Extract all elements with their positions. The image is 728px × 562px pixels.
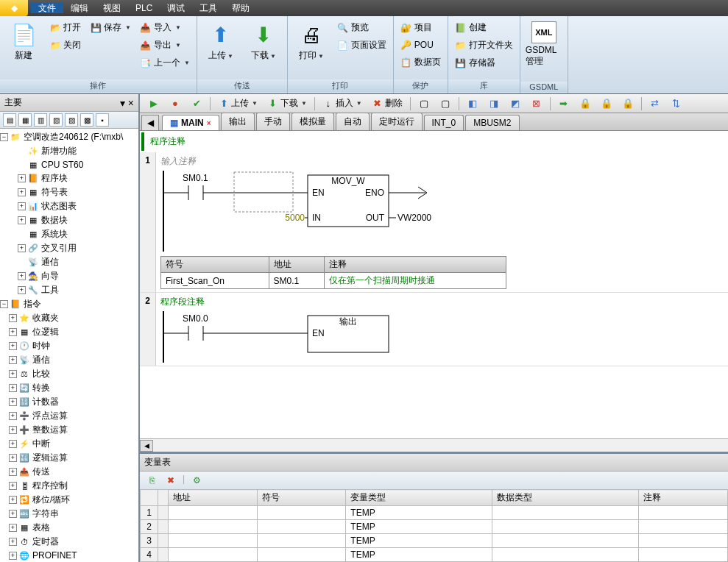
menu-编辑[interactable]: 编辑: [63, 3, 96, 13]
network-title[interactable]: 输入注释: [160, 155, 724, 168]
save-button[interactable]: 💾保存▼: [86, 19, 135, 36]
tree-item-逻辑运算[interactable]: +🔣逻辑运算: [0, 451, 138, 465]
datapage-button[interactable]: 📋数据页: [397, 54, 445, 71]
table-row[interactable]: 2TEMP: [141, 520, 728, 534]
tb-b[interactable]: ▢: [436, 96, 455, 112]
table-row[interactable]: 4TEMP: [141, 548, 728, 562]
run-button[interactable]: ▶: [144, 96, 163, 112]
var-opts-button[interactable]: ⚙: [189, 474, 204, 487]
table-row[interactable]: 3TEMP: [141, 534, 728, 548]
tree-item-收藏夹[interactable]: +⭐收藏夹: [0, 311, 138, 325]
tb-h[interactable]: 🔒: [576, 96, 595, 112]
tree-item-CPU ST60[interactable]: ▦CPU ST60: [0, 158, 138, 171]
tree-item-位逻辑[interactable]: +▦位逻辑: [0, 325, 138, 339]
ladder-area[interactable]: 程序注释 1 输入注释 SM0.1: [140, 131, 728, 438]
print-button[interactable]: 🖨打印▼: [291, 19, 332, 64]
tb-delete[interactable]: ✖删除: [368, 95, 406, 112]
tree-item-工具[interactable]: +🔧工具: [0, 283, 138, 297]
create-lib-button[interactable]: 📗创建: [451, 19, 517, 36]
mini-btn-1[interactable]: ▤: [3, 113, 16, 127]
tb-insert[interactable]: ↓插入▼: [319, 95, 366, 112]
tree-item-表格[interactable]: +▦表格: [0, 521, 138, 535]
menu-工具[interactable]: 工具: [192, 3, 225, 13]
tree-item-转换[interactable]: +🔄转换: [0, 381, 138, 395]
tree-item-PROFINET[interactable]: +🌐PROFINET: [0, 549, 138, 562]
pou-button[interactable]: 🔑POU: [397, 37, 445, 53]
menu-调试[interactable]: 调试: [160, 3, 192, 13]
tree-item-符号表[interactable]: +▦符号表: [0, 185, 138, 199]
tree-item-时钟[interactable]: +🕐时钟: [0, 339, 138, 353]
var-del-button[interactable]: ✖: [163, 474, 178, 487]
tb-upload[interactable]: ⬆上传▼: [214, 95, 261, 112]
open-folder-button[interactable]: 📁打开文件夹: [451, 37, 517, 54]
app-icon[interactable]: ◆: [0, 0, 28, 16]
mini-btn-4[interactable]: ▧: [49, 113, 63, 127]
tab-模拟量[interactable]: 模拟量: [291, 113, 334, 130]
tree-item-程序控制[interactable]: +🎛程序控制: [0, 479, 138, 493]
tb-l[interactable]: ⇅: [667, 96, 686, 112]
tree-item-新增功能[interactable]: ✨新增功能: [0, 144, 138, 158]
ladder-rung-1[interactable]: SM0.1 MOV_W EN ENO IN OUT 5000 VW2000: [160, 171, 573, 252]
menu-视图[interactable]: 视图: [96, 3, 128, 13]
tree-item-通信[interactable]: 📡通信: [0, 255, 138, 269]
preview-button[interactable]: 🔍预览: [333, 19, 390, 36]
tab-定时运行[interactable]: 定时运行: [371, 113, 423, 130]
tb-j[interactable]: 🔒: [618, 96, 637, 112]
close-button[interactable]: 📁关闭: [46, 37, 85, 54]
compile-button[interactable]: ✔: [187, 96, 206, 112]
mini-btn-6[interactable]: ▩: [80, 113, 93, 127]
project-button[interactable]: 🔐项目: [397, 19, 445, 36]
network-title[interactable]: 程序段注释: [160, 296, 724, 308]
memory-button[interactable]: 💾存储器: [451, 54, 517, 71]
import-button[interactable]: 📥导入▼: [136, 19, 194, 36]
tab-scroll-left[interactable]: ◀: [141, 115, 159, 131]
tree-item-空调改造240612 (F:\mxb\[interactable]: −📁空调改造240612 (F:\mxb\: [0, 130, 138, 144]
mini-btn-2[interactable]: ▦: [18, 113, 32, 127]
tb-g[interactable]: ➡: [554, 96, 573, 112]
tree-item-程序块[interactable]: +📙程序块: [0, 171, 138, 185]
tab-MAIN[interactable]: ▦MAIN×: [162, 115, 219, 130]
tree-item-比较[interactable]: +⚖比较: [0, 367, 138, 381]
tree-item-通信[interactable]: +📡通信: [0, 353, 138, 367]
tb-f[interactable]: ⊠: [527, 96, 546, 112]
var-add-button[interactable]: ⎘: [144, 474, 159, 487]
tb-a[interactable]: ▢: [414, 96, 434, 112]
tb-k[interactable]: ⇄: [646, 96, 665, 112]
tab-MBUSM2[interactable]: MBUSM2: [465, 115, 519, 130]
pane-dropdown[interactable]: ▾ ×: [120, 97, 134, 109]
tree-item-计数器[interactable]: +🔢计数器: [0, 395, 138, 409]
tree-item-系统块[interactable]: ▦系统块: [0, 227, 138, 241]
stop-button[interactable]: ●: [166, 96, 185, 112]
menu-帮助[interactable]: 帮助: [225, 3, 257, 13]
mini-btn-3[interactable]: ▥: [34, 113, 47, 127]
h-scrollbar[interactable]: ◀: [140, 438, 728, 452]
menu-文件[interactable]: 文件: [31, 3, 63, 13]
tab-INT_0[interactable]: INT_0: [424, 115, 464, 130]
tb-i[interactable]: 🔒: [597, 96, 616, 112]
tb-e[interactable]: ◩: [506, 96, 525, 112]
tb-c[interactable]: ◧: [463, 96, 482, 112]
mini-btn-7[interactable]: ▪: [96, 113, 109, 127]
scroll-left-button[interactable]: ◀: [140, 440, 153, 452]
tree-item-字符串[interactable]: +🔤字符串: [0, 507, 138, 521]
tree-item-向导[interactable]: +🧙向导: [0, 269, 138, 283]
table-row[interactable]: 1TEMP: [141, 506, 728, 520]
tree-item-中断[interactable]: +⚡中断: [0, 437, 138, 451]
tree-item-交叉引用[interactable]: +🔗交叉引用: [0, 241, 138, 255]
tab-close-icon[interactable]: ×: [207, 119, 211, 127]
tb-download[interactable]: ⬇下载▼: [264, 95, 311, 112]
tree-item-数据块[interactable]: +▦数据块: [0, 213, 138, 227]
tree-item-移位/循环[interactable]: +🔁移位/循环: [0, 493, 138, 507]
ladder-rung-2[interactable]: SM0.0 输出 EN: [160, 311, 573, 363]
upload-button[interactable]: ⬆上传▼: [200, 19, 241, 64]
download-button[interactable]: ⬇下载▼: [243, 19, 284, 64]
tree-item-传送[interactable]: +📤传送: [0, 465, 138, 479]
new-button[interactable]: 📄新建: [3, 19, 44, 64]
menu-PLC[interactable]: PLC: [128, 3, 160, 13]
tree-item-定时器[interactable]: +⏱定时器: [0, 535, 138, 549]
open-button[interactable]: 📂打开: [46, 19, 85, 36]
tree-item-状态图表[interactable]: +📊状态图表: [0, 199, 138, 213]
tree-item-指令[interactable]: −📙指令: [0, 297, 138, 311]
page-setup-button[interactable]: 📄页面设置: [333, 37, 390, 54]
tb-d[interactable]: ◨: [484, 96, 503, 112]
